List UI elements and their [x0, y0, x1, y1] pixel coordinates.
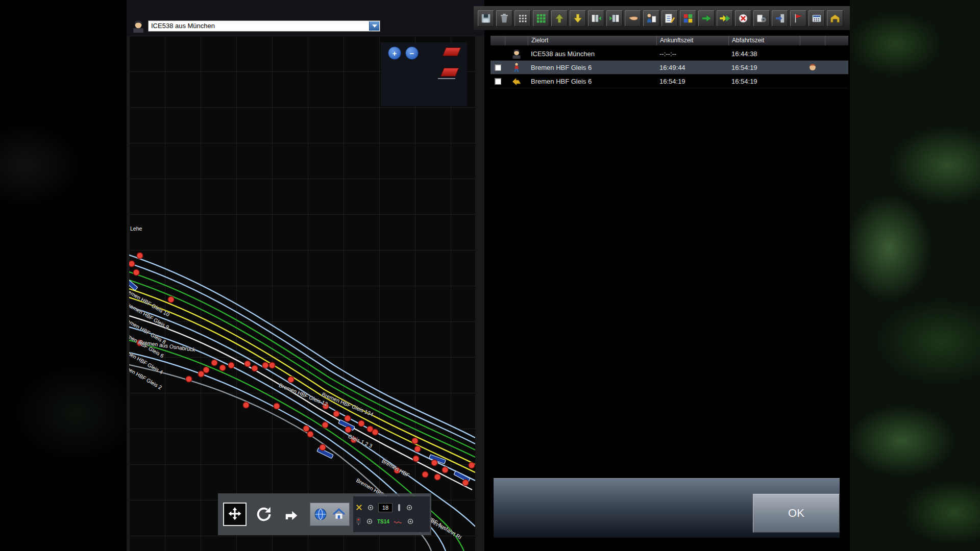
radio-icon[interactable] — [406, 504, 413, 511]
crossing-icon — [355, 504, 363, 511]
header-extra-2 — [825, 36, 849, 45]
track-plan-window: ICE538 aus München — [127, 0, 484, 551]
flag-button[interactable] — [790, 10, 806, 27]
cell-abfahrtszeit: 16:44:38 — [728, 50, 800, 58]
flag-icon — [793, 13, 804, 24]
radio-icon[interactable] — [367, 504, 374, 511]
table-body: ICE538 aus München --:--:-- 16:44:38 Bre… — [491, 47, 848, 88]
move-down-button[interactable] — [570, 10, 586, 27]
table-row[interactable]: ICE538 aus München --:--:-- 16:44:38 — [491, 47, 848, 61]
header-extra-1 — [800, 36, 825, 45]
meter-icon — [397, 504, 402, 512]
passenger-walk-icon — [505, 61, 528, 74]
category-grid-icon — [682, 13, 694, 24]
cell-zielort: Bremen HBF Gleis 6 — [528, 64, 656, 71]
import-route-button[interactable] — [772, 10, 788, 27]
depot-icon — [829, 13, 841, 24]
move-up-button[interactable] — [551, 10, 568, 27]
append-route-yellow-icon — [719, 13, 730, 24]
header-icon-col — [505, 36, 528, 45]
conductor-avatar-icon — [132, 19, 145, 33]
header-zielort[interactable]: Zielort — [528, 36, 656, 45]
move-down-icon — [572, 13, 583, 24]
row-checkbox[interactable] — [495, 78, 501, 85]
cell-zielort: Bremen HBF Gleis 6 — [528, 78, 656, 85]
grid-small-button[interactable] — [514, 10, 531, 27]
radio-icon[interactable] — [366, 518, 373, 525]
dialog-bottom-panel: OK — [494, 478, 840, 538]
depot-button[interactable] — [827, 10, 843, 27]
globe-button[interactable] — [313, 507, 328, 522]
ok-button[interactable]: OK — [753, 494, 840, 533]
home-icon — [332, 508, 346, 521]
grid-large-button[interactable] — [533, 10, 549, 27]
passenger-copy-button[interactable] — [643, 10, 659, 27]
train-avatar-icon — [505, 47, 528, 60]
background-left — [0, 0, 127, 551]
append-route-yellow-button[interactable] — [717, 10, 733, 27]
cell-abfahrtszeit: 16:54:19 — [728, 64, 800, 71]
signal-icon — [355, 517, 362, 525]
route-settings-icon — [756, 13, 767, 24]
insert-left-button[interactable] — [588, 10, 604, 27]
header-ankunftszeit[interactable]: Ankunftszeit — [656, 36, 728, 45]
move-up-icon — [554, 13, 565, 24]
cell-ankunftszeit: 16:49:44 — [656, 64, 728, 71]
append-route-green-button[interactable] — [698, 10, 715, 27]
save-icon — [480, 13, 492, 24]
move-icon — [227, 507, 242, 522]
move-button[interactable] — [223, 503, 247, 526]
rotate-button[interactable] — [254, 504, 274, 524]
route-bar: ICE538 aus München — [127, 0, 484, 36]
cell-abfahrtszeit: 16:54:19 — [728, 78, 800, 85]
row-checkbox[interactable] — [495, 64, 501, 71]
passenger-avatar-icon — [800, 61, 825, 74]
train-selector[interactable]: ICE538 aus München — [148, 20, 380, 32]
zoom-level-value: 18 — [378, 503, 393, 512]
edit-list-button[interactable] — [662, 10, 678, 27]
keypad-icon — [811, 13, 822, 24]
marker-edit-button[interactable] — [440, 68, 459, 77]
insert-right-icon — [609, 13, 620, 24]
delete-button[interactable] — [496, 10, 512, 27]
zoom-in-button[interactable]: + — [388, 46, 401, 60]
table-row[interactable]: Bremen HBF Gleis 6 16:49:44 16:54:19 — [491, 61, 848, 74]
map-tools-panel: + − — [381, 42, 467, 106]
map-toolbar: 18 TS14 — [218, 493, 431, 535]
route-settings-button[interactable] — [753, 10, 770, 27]
insert-right-button[interactable] — [606, 10, 623, 27]
signal-indicator-cluster: 18 TS14 — [353, 496, 430, 532]
track-map[interactable]: LeheBremen HBF Gleis 10Bremen HBF Gleis … — [129, 36, 475, 551]
grid-small-icon — [517, 13, 528, 24]
train-selector-value: ICE538 aus München — [151, 22, 215, 30]
cell-ankunftszeit: --:--:-- — [656, 50, 728, 58]
save-button[interactable] — [478, 10, 494, 27]
pointer-hand-button[interactable] — [625, 10, 641, 27]
marker-tool-button[interactable] — [443, 47, 461, 56]
header-abfahrtszeit[interactable]: Abfahrtszeit — [728, 36, 800, 45]
keypad-button[interactable] — [808, 10, 825, 27]
edit-list-icon — [664, 13, 675, 24]
signal-id-value: TS14 — [377, 519, 389, 524]
background-terrain — [850, 0, 980, 551]
import-route-icon — [774, 13, 786, 24]
jump-button[interactable] — [281, 504, 302, 524]
track-diagram — [129, 36, 475, 551]
remove-route-button[interactable] — [735, 10, 751, 27]
home-button[interactable] — [331, 507, 347, 522]
table-row[interactable]: Bremen HBF Gleis 6 16:54:19 16:54:19 — [491, 74, 848, 88]
route-arrow-icon — [505, 74, 528, 88]
chevron-down-icon[interactable] — [369, 21, 379, 31]
schedule-toolbar — [474, 6, 850, 30]
remove-route-icon — [738, 13, 749, 24]
wave-icon — [394, 518, 403, 524]
delete-icon — [499, 13, 510, 24]
radio-icon[interactable] — [407, 518, 414, 525]
cell-ankunftszeit: 16:54:19 — [656, 78, 728, 85]
category-grid-button[interactable] — [680, 10, 696, 27]
header-checkbox-col — [491, 36, 505, 45]
rotate-icon — [255, 506, 273, 523]
passenger-copy-icon — [646, 13, 657, 24]
zoom-out-button[interactable]: − — [405, 46, 419, 60]
cell-zielort: ICE538 aus München — [528, 50, 656, 58]
